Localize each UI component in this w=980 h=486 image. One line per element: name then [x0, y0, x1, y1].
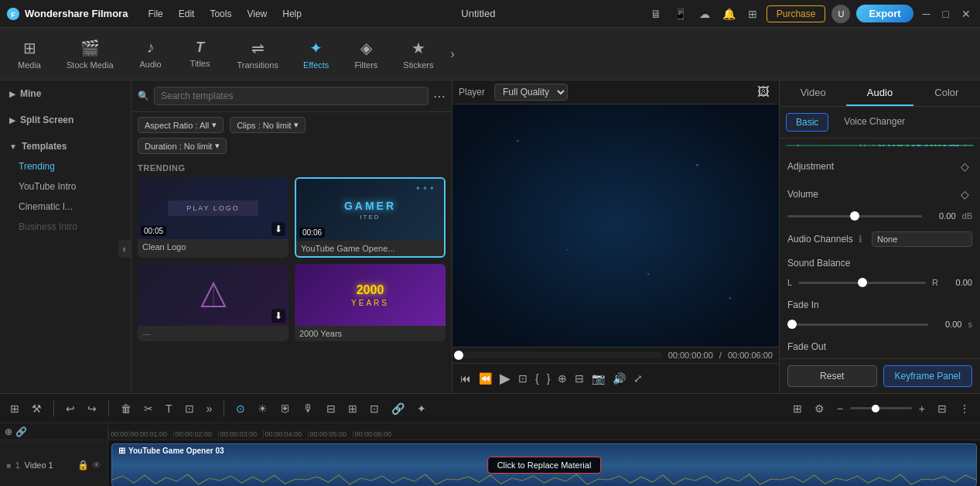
tool-stock-media[interactable]: 🎬 Stock Media — [56, 34, 125, 74]
tool-effects[interactable]: ✦ Effects — [292, 34, 340, 74]
collapse-panel-button[interactable]: ‹ — [118, 240, 131, 258]
tool-stickers[interactable]: ★ Stickers — [392, 34, 444, 74]
add-to-timeline-button[interactable]: ⊕ — [556, 371, 569, 386]
play-button[interactable]: ▶ — [498, 368, 512, 388]
tab-color[interactable]: Color — [913, 80, 980, 106]
maximize-button[interactable]: □ — [940, 6, 952, 22]
undo-button[interactable]: ↩ — [62, 400, 79, 417]
section-split-header[interactable]: ▶ Split Screen — [0, 110, 131, 130]
step-back-button[interactable]: ⏪ — [477, 371, 493, 386]
preview-scrubber[interactable] — [459, 352, 662, 358]
link-tracks-button[interactable]: 🔗 — [15, 426, 27, 437]
user-avatar[interactable]: U — [831, 5, 850, 23]
monitor-icon[interactable]: 🖥 — [647, 6, 664, 22]
mark-out-button[interactable]: } — [545, 371, 552, 386]
menu-file[interactable]: File — [140, 9, 170, 19]
snap-button[interactable]: ⊞ — [6, 400, 23, 417]
toolbar-more-arrow[interactable]: › — [450, 47, 454, 61]
tool-media[interactable]: ⊞ Media — [6, 34, 53, 74]
color-wheel-button[interactable]: ⊙ — [232, 400, 249, 417]
aspect-ratio-filter[interactable]: Aspect Ratio : All ▾ — [138, 117, 224, 133]
add-track-small-button[interactable]: ⊕ — [5, 426, 12, 437]
sidebar-item-youtube-intro[interactable]: YouTube Intro — [0, 176, 131, 197]
crop-button[interactable]: ⊡ — [181, 400, 198, 417]
replace-material-tooltip[interactable]: Click to Replace Material — [487, 457, 602, 474]
adjustment-expand[interactable]: ◇ — [958, 159, 972, 174]
fade-in-slider[interactable] — [787, 323, 928, 326]
zoom-out-button[interactable]: − — [833, 400, 847, 417]
more-tools-button[interactable]: » — [203, 400, 217, 417]
track-hide-button[interactable]: 👁 — [92, 460, 101, 471]
magnet-button[interactable]: ⚒ — [28, 400, 46, 417]
minimize-button[interactable]: ─ — [920, 6, 934, 22]
text-button[interactable]: T — [162, 400, 176, 417]
link-button[interactable]: 🔗 — [388, 400, 408, 417]
detach-button[interactable]: ⊟ — [323, 400, 340, 417]
sidebar-item-cinematic[interactable]: Cinematic I... — [0, 197, 131, 217]
template-card-clean-logo[interactable]: PLAY LOGO 00:05 ⬇ Clean Logo — [138, 177, 289, 258]
phone-icon[interactable]: 📱 — [671, 6, 690, 22]
delete-button[interactable]: 🗑 — [117, 400, 135, 417]
fullscreen-button[interactable]: ⤢ — [632, 371, 644, 386]
export-button[interactable]: Export — [856, 5, 913, 22]
resize-button[interactable]: ⊟ — [573, 371, 586, 386]
menu-tools[interactable]: Tools — [202, 9, 239, 19]
clips-filter[interactable]: Clips : No limit ▾ — [230, 117, 306, 133]
tab-audio[interactable]: Audio — [846, 80, 913, 106]
volume-button[interactable]: 🔊 — [611, 371, 627, 386]
volume-expand[interactable]: ◇ — [958, 187, 972, 202]
skip-back-button[interactable]: ⏮ — [459, 371, 473, 386]
video-clip[interactable]: ⊞ YouTube Game Opener 03 Click to Replac… — [111, 443, 977, 486]
section-mine-header[interactable]: ▶ Mine — [0, 84, 131, 104]
tl-more-button[interactable]: ⋮ — [955, 400, 974, 417]
keyframe-panel-button[interactable]: Keyframe Panel — [883, 365, 973, 387]
cut-button[interactable]: ✦ — [413, 400, 430, 417]
preview-handle[interactable] — [454, 351, 463, 360]
mark-in-button[interactable]: { — [534, 371, 541, 386]
tl-layout-button[interactable]: ⊟ — [934, 400, 951, 417]
timeline-ruler[interactable]: 00:00 00:00:01:00 00:00:02:00 00:00:03:0… — [108, 423, 980, 440]
tool-transitions[interactable]: ⇌ Transitions — [227, 34, 289, 74]
quality-select[interactable]: Full Quality 1/2 Quality 1/4 Quality — [494, 84, 568, 101]
tool-audio[interactable]: ♪ Audio — [128, 34, 174, 74]
grid-icon[interactable]: ⊞ — [745, 6, 760, 22]
sidebar-item-business[interactable]: Business Intro — [0, 217, 131, 237]
template-card-yt-game[interactable]: GAMER ITED ✦ ✦ ✦ 00:06 YouTube Game Open… — [295, 177, 446, 258]
tab-video[interactable]: Video — [780, 80, 846, 106]
subtitle-button[interactable]: ⊞ — [344, 400, 361, 417]
redo-button[interactable]: ↪ — [84, 400, 101, 417]
audio-channels-select[interactable]: None Stereo Mono — [872, 231, 972, 247]
more-options-button[interactable]: ⋯ — [433, 89, 446, 104]
snapshot-button[interactable]: ⊡ — [517, 371, 529, 386]
split-button[interactable]: ✂ — [140, 400, 157, 417]
download-card3[interactable]: ⬇ — [271, 309, 285, 323]
template-card-3[interactable]: ⬇ — — [138, 264, 289, 341]
section-templates-header[interactable]: ▼ Templates — [0, 136, 131, 156]
cloud-icon[interactable]: ☁ — [696, 6, 713, 22]
search-input[interactable] — [154, 87, 429, 105]
mosaic-button[interactable]: ⊡ — [366, 400, 383, 417]
subtab-voice-changer[interactable]: Voice Changer — [835, 113, 914, 132]
sound-balance-slider[interactable] — [798, 282, 926, 284]
template-card-2000years[interactable]: 2000 YEARS 2000 Years — [295, 264, 446, 341]
screenshot-icon[interactable]: 🖼 — [754, 84, 773, 101]
volume-slider[interactable] — [787, 215, 922, 217]
menu-help[interactable]: Help — [275, 9, 309, 19]
mic-button[interactable]: 🎙 — [299, 400, 318, 417]
reset-button[interactable]: Reset — [787, 365, 877, 387]
sun-button[interactable]: ☀ — [254, 400, 271, 417]
track-lock-button[interactable]: 🔒 — [77, 460, 89, 471]
sidebar-item-trending[interactable]: Trending — [0, 156, 131, 176]
screenshot-capture-button[interactable]: 📷 — [590, 371, 606, 386]
menu-view[interactable]: View — [239, 9, 275, 19]
download-clean-logo[interactable]: ⬇ — [271, 222, 285, 236]
close-button[interactable]: ✕ — [958, 6, 974, 22]
tool-filters[interactable]: ◈ Filters — [343, 34, 389, 74]
duration-filter[interactable]: Duration : No limit ▾ — [138, 138, 227, 154]
add-track-button[interactable]: ⊞ — [789, 400, 806, 417]
zoom-in-button[interactable]: + — [915, 400, 929, 417]
menu-edit[interactable]: Edit — [171, 9, 203, 19]
purchase-button[interactable]: Purchase — [767, 5, 826, 22]
tl-settings-button[interactable]: ⚙ — [811, 400, 828, 417]
zoom-slider[interactable] — [850, 407, 912, 409]
